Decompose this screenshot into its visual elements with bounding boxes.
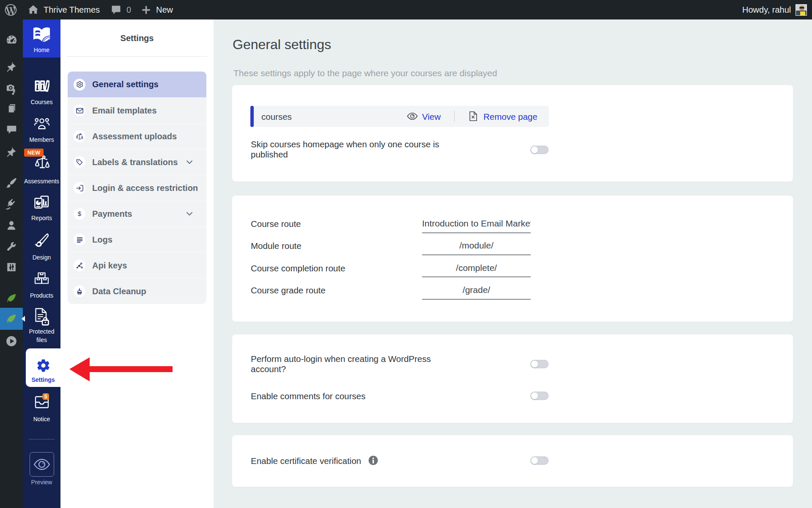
- svg-text:$: $: [78, 210, 82, 217]
- svg-text:5: 5: [44, 394, 47, 400]
